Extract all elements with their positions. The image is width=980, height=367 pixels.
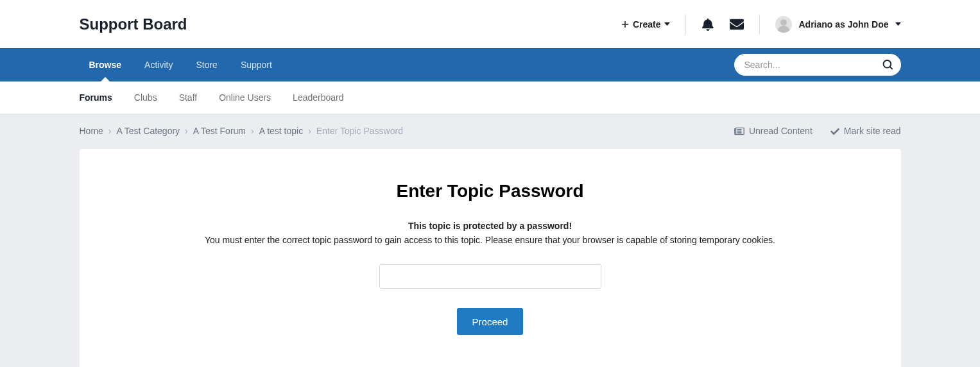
breadcrumb-topic[interactable]: A test topic: [259, 126, 303, 136]
search-box: [734, 54, 901, 76]
search-input[interactable]: [734, 54, 901, 76]
bell-icon: [701, 18, 714, 31]
chevron-right-icon: ›: [308, 126, 311, 136]
notifications-button[interactable]: [701, 18, 714, 31]
chevron-right-icon: ›: [108, 126, 112, 136]
breadcrumb: Home › A Test Category › A Test Forum › …: [80, 126, 403, 136]
sub-nav: Forums Clubs Staff Online Users Leaderbo…: [0, 81, 980, 114]
search-button[interactable]: [878, 55, 897, 74]
check-icon: [830, 126, 839, 135]
user-label: Adriano as John Doe: [798, 19, 888, 30]
site-title[interactable]: Support Board: [80, 15, 187, 33]
breadcrumb-category[interactable]: A Test Category: [117, 126, 180, 136]
search-icon: [882, 60, 893, 70]
chevron-right-icon: ›: [251, 126, 254, 136]
proceed-button[interactable]: Proceed: [457, 308, 524, 335]
create-button[interactable]: Create: [621, 19, 671, 30]
mark-site-read-link[interactable]: Mark site read: [830, 126, 901, 136]
unread-content-label: Unread Content: [749, 126, 812, 136]
divider: [685, 15, 686, 34]
top-header: Support Board Create: [0, 0, 980, 48]
card-description: You must enter the correct topic passwor…: [99, 235, 882, 245]
divider: [759, 15, 760, 34]
subnav-staff[interactable]: Staff: [179, 92, 198, 103]
caret-down-icon: [664, 21, 670, 27]
avatar: [775, 16, 792, 33]
subnav-leaderboard[interactable]: Leaderboard: [293, 92, 343, 103]
newspaper-icon: [734, 126, 744, 135]
create-label: Create: [633, 19, 661, 30]
breadcrumb-current: Enter Topic Password: [316, 126, 403, 136]
subnav-online-users[interactable]: Online Users: [219, 92, 271, 103]
envelope-icon: [730, 17, 744, 31]
user-menu[interactable]: Adriano as John Doe: [775, 16, 900, 33]
chevron-right-icon: ›: [185, 126, 188, 136]
breadcrumb-forum[interactable]: A Test Forum: [193, 126, 246, 136]
messages-button[interactable]: [730, 17, 744, 31]
plus-icon: [621, 21, 629, 28]
nav-activity[interactable]: Activity: [144, 48, 173, 81]
card-subtitle: This topic is protected by a password!: [99, 221, 882, 231]
unread-content-link[interactable]: Unread Content: [734, 126, 812, 136]
password-card: Enter Topic Password This topic is prote…: [80, 149, 901, 367]
subnav-clubs[interactable]: Clubs: [134, 92, 157, 103]
caret-down-icon: [895, 21, 901, 27]
card-title: Enter Topic Password: [99, 181, 882, 201]
nav-support[interactable]: Support: [241, 48, 272, 81]
subnav-forums[interactable]: Forums: [80, 92, 112, 103]
breadcrumb-home[interactable]: Home: [80, 126, 103, 136]
mark-site-read-label: Mark site read: [844, 126, 901, 136]
nav-browse[interactable]: Browse: [89, 48, 122, 81]
nav-store[interactable]: Store: [196, 48, 217, 81]
page-body: Home › A Test Category › A Test Forum › …: [0, 114, 980, 367]
primary-nav: Browse Activity Store Support: [0, 48, 980, 81]
topic-password-input[interactable]: [379, 264, 601, 289]
breadcrumb-row: Home › A Test Category › A Test Forum › …: [80, 114, 901, 149]
